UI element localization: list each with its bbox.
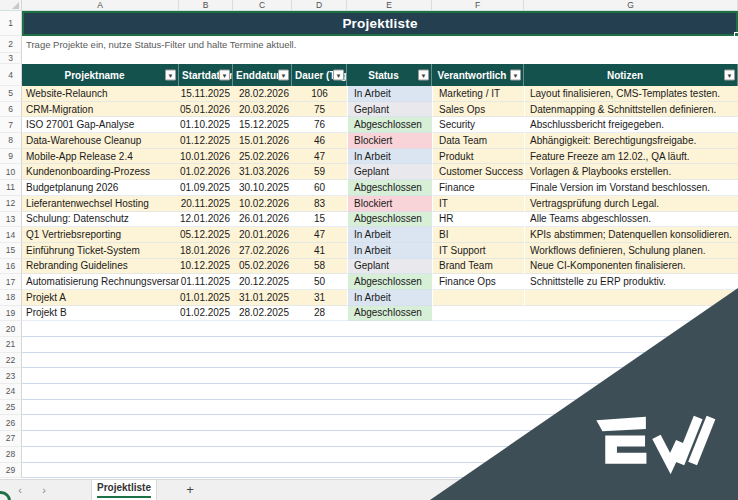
header-dauer[interactable]: Dauer (Tage) ▼ bbox=[292, 64, 347, 86]
cell-dauer[interactable]: 76 bbox=[292, 117, 347, 133]
cell-notizen[interactable]: Vorlagen & Playbooks erstellen. bbox=[524, 164, 738, 180]
cell-projektname[interactable]: Budgetplanung 2026 bbox=[22, 180, 179, 196]
cell-dauer[interactable]: 58 bbox=[292, 259, 347, 275]
cell-notizen[interactable]: Schnittstelle zu ERP produktiv. bbox=[524, 274, 738, 290]
cell-verantwortlich[interactable]: BI bbox=[432, 227, 524, 243]
cell-status[interactable]: In Arbeit bbox=[347, 227, 432, 243]
cell-notizen[interactable]: Datenmapping & Schnittstellen definieren… bbox=[524, 102, 738, 118]
cell-status[interactable]: Abgeschlossen bbox=[347, 306, 432, 322]
cell-startdatum[interactable]: 01.01.2025 bbox=[179, 290, 233, 306]
row-number[interactable]: 6 bbox=[0, 102, 22, 118]
cell-enddatum[interactable]: 20.12.2025 bbox=[233, 274, 292, 290]
cell-enddatum[interactable]: 20.03.2026 bbox=[233, 102, 292, 118]
cell-dauer[interactable]: 47 bbox=[292, 227, 347, 243]
sheet-nav-next-icon[interactable]: › bbox=[32, 480, 56, 500]
cell-verantwortlich[interactable]: Data Team bbox=[432, 133, 524, 149]
cell-enddatum[interactable]: 28.02.2025 bbox=[233, 306, 292, 322]
row-number[interactable]: 11 bbox=[0, 180, 22, 196]
cell-startdatum[interactable]: 05.12.2025 bbox=[179, 227, 233, 243]
cell-enddatum[interactable]: 31.03.2026 bbox=[233, 164, 292, 180]
cell-verantwortlich[interactable]: Security bbox=[432, 117, 524, 133]
header-projektname[interactable]: Projektname ▼ bbox=[22, 64, 179, 86]
row-number[interactable]: 4 bbox=[0, 64, 22, 86]
cell-startdatum[interactable]: 01.09.2025 bbox=[179, 180, 233, 196]
cell-dauer[interactable]: 15 bbox=[292, 212, 347, 228]
filter-button[interactable]: ▼ bbox=[724, 70, 735, 81]
cell-startdatum[interactable]: 01.10.2025 bbox=[179, 117, 233, 133]
cell-verantwortlich[interactable] bbox=[432, 306, 524, 322]
cell-projektname[interactable]: Lieferantenwechsel Hosting bbox=[22, 196, 179, 212]
cell-projektname[interactable]: Rebranding Guidelines bbox=[22, 259, 179, 275]
row-number[interactable]: 3 bbox=[0, 53, 22, 64]
cell-startdatum[interactable]: 12.01.2026 bbox=[179, 212, 233, 228]
cell-startdatum[interactable]: 01.02.2025 bbox=[179, 306, 233, 322]
cell-verantwortlich[interactable]: IT bbox=[432, 196, 524, 212]
column-header-b[interactable]: B bbox=[179, 0, 233, 10]
row-number[interactable]: 21 bbox=[0, 337, 22, 353]
row-number[interactable]: 10 bbox=[0, 164, 22, 180]
select-all-corner[interactable] bbox=[0, 0, 22, 10]
filter-button[interactable]: ▼ bbox=[510, 70, 521, 81]
cell-notizen[interactable]: Abschlussbericht freigegeben. bbox=[524, 117, 738, 133]
cell-status[interactable]: Abgeschlossen bbox=[347, 212, 432, 228]
cell-verantwortlich[interactable]: Finance Ops bbox=[432, 274, 524, 290]
cell-notizen[interactable]: Layout finalisieren, CMS-Templates teste… bbox=[524, 86, 738, 102]
cell-status[interactable]: Geplant bbox=[347, 102, 432, 118]
cell-dauer[interactable]: 59 bbox=[292, 164, 347, 180]
filter-button[interactable]: ▼ bbox=[418, 70, 429, 81]
cell-projektname[interactable]: Projekt A bbox=[22, 290, 179, 306]
row-number[interactable]: 1 bbox=[0, 11, 22, 36]
cell-status[interactable]: Abgeschlossen bbox=[347, 117, 432, 133]
cell-dauer[interactable]: 41 bbox=[292, 243, 347, 259]
empty-cells[interactable] bbox=[22, 321, 738, 337]
header-startdatum[interactable]: Startdatum ▼ bbox=[179, 64, 233, 86]
cell-enddatum[interactable]: 26.01.2026 bbox=[233, 212, 292, 228]
cell-startdatum[interactable]: 18.01.2026 bbox=[179, 243, 233, 259]
row-number[interactable]: 23 bbox=[0, 368, 22, 384]
cell-dauer[interactable]: 83 bbox=[292, 196, 347, 212]
row-number[interactable]: 18 bbox=[0, 290, 22, 306]
cell-notizen[interactable]: Alle Teams abgeschlossen. bbox=[524, 212, 738, 228]
cell-projektname[interactable]: Automatisierung Rechnungsversand bbox=[22, 274, 179, 290]
cell-notizen[interactable]: Neue CI-Komponenten finalisieren. bbox=[524, 259, 738, 275]
cell-notizen[interactable]: Feature Freeze am 12.02., QA läuft. bbox=[524, 149, 738, 165]
cell-status[interactable]: Blockiert bbox=[347, 196, 432, 212]
header-status[interactable]: Status ▼ bbox=[347, 64, 432, 86]
cell-notizen[interactable]: Vertragsprüfung durch Legal. bbox=[524, 196, 738, 212]
row-number[interactable]: 27 bbox=[0, 431, 22, 447]
row-number[interactable]: 7 bbox=[0, 117, 22, 133]
cell-enddatum[interactable]: 15.01.2026 bbox=[233, 133, 292, 149]
cell-dauer[interactable]: 50 bbox=[292, 274, 347, 290]
cell-verantwortlich[interactable]: Marketing / IT bbox=[432, 86, 524, 102]
sheet-nav-prev-icon[interactable]: ‹ bbox=[8, 480, 32, 500]
row-number[interactable]: 29 bbox=[0, 463, 22, 479]
cell-enddatum[interactable]: 30.10.2025 bbox=[233, 180, 292, 196]
cell-projektname[interactable]: Kundenonboarding-Prozess bbox=[22, 164, 179, 180]
row-number[interactable]: 8 bbox=[0, 133, 22, 149]
cell-projektname[interactable]: Mobile-App Release 2.4 bbox=[22, 149, 179, 165]
column-header-e[interactable]: E bbox=[347, 0, 432, 10]
cell-notizen[interactable]: Finale Version im Vorstand beschlossen. bbox=[524, 180, 738, 196]
cell-notizen[interactable]: KPIs abstimmen; Datenquellen konsolidier… bbox=[524, 227, 738, 243]
cell-startdatum[interactable]: 10.01.2026 bbox=[179, 149, 233, 165]
row-number[interactable]: 19 bbox=[0, 306, 22, 322]
cell-status[interactable]: In Arbeit bbox=[347, 243, 432, 259]
row-number[interactable]: 20 bbox=[0, 321, 22, 337]
instruction-note[interactable]: Trage Projekte ein, nutze Status-Filter … bbox=[22, 36, 738, 53]
cell-verantwortlich[interactable]: Customer Success bbox=[432, 164, 524, 180]
cell-enddatum[interactable]: 15.12.2025 bbox=[233, 117, 292, 133]
cell-projektname[interactable]: Einführung Ticket-System bbox=[22, 243, 179, 259]
row-number[interactable]: 25 bbox=[0, 400, 22, 416]
cell-projektname[interactable]: Data-Warehouse Cleanup bbox=[22, 133, 179, 149]
cell-enddatum[interactable]: 25.02.2026 bbox=[233, 149, 292, 165]
cell-dauer[interactable]: 47 bbox=[292, 149, 347, 165]
column-header-f[interactable]: F bbox=[432, 0, 524, 10]
cell-projektname[interactable]: Website-Relaunch bbox=[22, 86, 179, 102]
header-notizen[interactable]: Notizen ▼ bbox=[524, 64, 738, 86]
column-header-g[interactable]: G bbox=[524, 0, 738, 10]
cell-startdatum[interactable]: 01.11.2025 bbox=[179, 274, 233, 290]
column-header-c[interactable]: C bbox=[233, 0, 292, 10]
cell-status[interactable]: In Arbeit bbox=[347, 290, 432, 306]
cell-enddatum[interactable]: 10.02.2026 bbox=[233, 196, 292, 212]
cell-status[interactable]: In Arbeit bbox=[347, 86, 432, 102]
